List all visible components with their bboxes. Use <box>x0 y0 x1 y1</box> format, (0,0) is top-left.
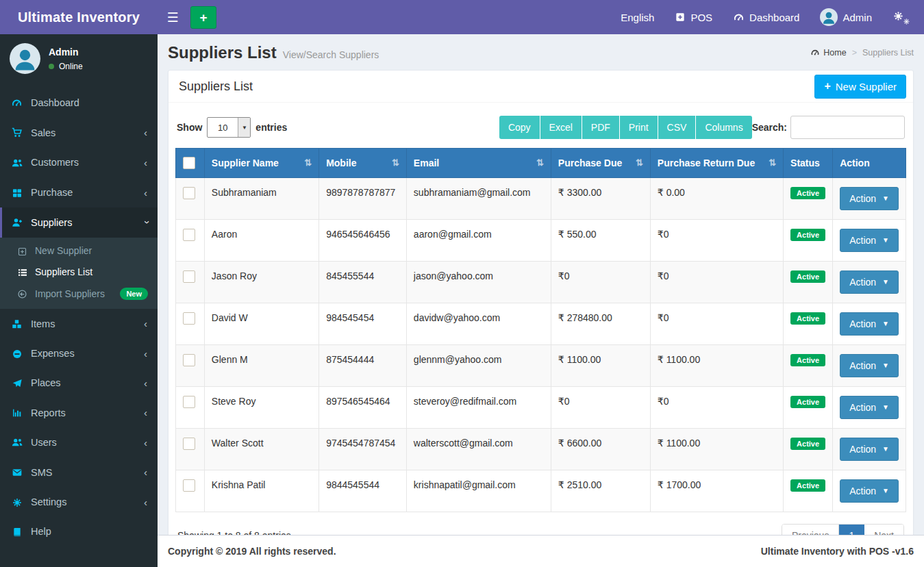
csv-button[interactable]: CSV <box>658 116 696 139</box>
column-header-mobile[interactable]: Mobile⇅ <box>319 149 407 178</box>
sidebar-item-label: Dashboard <box>31 97 79 108</box>
envelope-icon <box>10 466 23 478</box>
mobile-cell: 984545454 <box>319 303 407 345</box>
nav-pos[interactable]: POS <box>675 12 712 23</box>
sidebar-item-suppliers[interactable]: Suppliers ‹ <box>0 207 158 238</box>
arrow-circle-left-icon <box>16 288 28 300</box>
row-action-button[interactable]: Action▼ <box>840 479 899 503</box>
online-status-label: Online <box>59 62 83 71</box>
status-badge: Active <box>790 438 825 450</box>
row-action-button[interactable]: Action▼ <box>840 187 899 210</box>
sidebar-item-dashboard[interactable]: Dashboard <box>0 88 158 118</box>
sidebar-item-purchase[interactable]: Purchase ‹ <box>0 178 158 207</box>
page-length-value: 10 <box>208 118 238 137</box>
row-checkbox[interactable] <box>183 354 195 366</box>
sidebar-item-settings[interactable]: Settings ‹ <box>0 487 158 516</box>
pdf-button[interactable]: PDF <box>582 116 619 139</box>
sort-icon: ⇅ <box>392 158 399 168</box>
sidebar-subitem-import-suppliers[interactable]: Import Suppliers New <box>0 283 158 305</box>
select-all-checkbox[interactable] <box>183 157 195 169</box>
sidebar-item-label: Reports <box>31 407 66 418</box>
sidebar-item-reports[interactable]: Reports ‹ <box>0 398 158 427</box>
table-row: Aaron 946545646456 aaron@gmail.com ₹ 550… <box>176 220 906 262</box>
nav-language[interactable]: English <box>621 12 654 23</box>
sidebar-subitem-new-supplier[interactable]: New Supplier <box>0 240 158 262</box>
print-button[interactable]: Print <box>620 116 658 139</box>
nav-user-name: Admin <box>842 12 872 23</box>
breadcrumb-current: Suppliers List <box>862 48 914 58</box>
topbar-left-controls: ☰ + <box>158 0 216 34</box>
select-caret-icon: ▼ <box>238 118 250 137</box>
new-supplier-button[interactable]: + New Supplier <box>814 75 906 99</box>
column-header-purchase-due[interactable]: Purchase Due⇅ <box>551 149 650 178</box>
row-action-button[interactable]: Action▼ <box>840 396 899 419</box>
sidebar-item-sms[interactable]: SMS ‹ <box>0 457 158 487</box>
suppliers-list-card: Suppliers List + New Supplier Show 10 ▼ … <box>168 70 914 567</box>
page-length-select[interactable]: 10 ▼ <box>207 117 251 138</box>
table-row: Krishna Patil 9844545544 krishnapatil@gm… <box>176 470 906 512</box>
new-badge: New <box>120 288 148 300</box>
row-checkbox[interactable] <box>183 270 195 283</box>
row-checkbox[interactable] <box>183 312 195 325</box>
sidebar-item-expenses[interactable]: Expenses ‹ <box>0 339 158 368</box>
excel-button[interactable]: Excel <box>540 116 582 139</box>
chevron-left-icon: ‹ <box>144 497 147 507</box>
column-header-purchase-return-due[interactable]: Purchase Return Due⇅ <box>650 149 783 178</box>
sidebar-item-sales[interactable]: Sales ‹ <box>0 118 158 148</box>
column-header-email[interactable]: Email⇅ <box>406 149 551 178</box>
breadcrumb-home-link[interactable]: Home <box>810 48 846 58</box>
copy-button[interactable]: Copy <box>499 116 540 139</box>
column-header-status: Status <box>784 149 833 178</box>
nav-settings[interactable] <box>892 10 910 25</box>
sidebar-item-customers[interactable]: Customers ‹ <box>0 147 158 177</box>
chevron-left-icon: ‹ <box>144 467 147 477</box>
supplier-name-cell: Glenn M <box>204 345 319 387</box>
sidebar-item-users[interactable]: Users ‹ <box>0 427 158 457</box>
sidebar-subitem-label: Suppliers List <box>35 266 92 277</box>
row-checkbox[interactable] <box>183 396 195 408</box>
row-action-button[interactable]: Action▼ <box>840 438 899 461</box>
row-action-button[interactable]: Action▼ <box>840 229 899 252</box>
nav-dashboard[interactable]: Dashboard <box>733 12 799 23</box>
export-buttons: Copy Excel PDF Print CSV Columns <box>499 116 752 139</box>
sidebar-item-label: Suppliers <box>31 217 72 228</box>
card-body: Show 10 ▼ entries Copy Excel PDF Print C… <box>168 103 913 567</box>
row-checkbox[interactable] <box>183 229 195 241</box>
column-header-action: Action <box>833 149 906 178</box>
row-checkbox[interactable] <box>183 438 195 450</box>
column-header-supplier-name[interactable]: Supplier Name⇅ <box>204 149 319 178</box>
mobile-cell: 9745454787454 <box>319 429 407 470</box>
sidebar-subitem-suppliers-list[interactable]: Suppliers List <box>0 262 158 283</box>
columns-button[interactable]: Columns <box>696 116 751 139</box>
row-checkbox[interactable] <box>183 479 195 492</box>
row-checkbox[interactable] <box>183 187 195 199</box>
purchase-due-cell: ₹ 6600.00 <box>551 429 650 470</box>
search-input[interactable] <box>790 116 905 139</box>
mobile-cell: 9844545544 <box>319 470 407 512</box>
hamburger-menu-icon[interactable]: ☰ <box>158 0 188 34</box>
plus-icon: + <box>824 81 830 92</box>
bar-chart-icon <box>10 407 23 418</box>
chevron-left-icon: ‹ <box>144 318 147 329</box>
nav-user-menu[interactable]: Admin <box>820 8 872 26</box>
online-status-dot <box>49 64 54 69</box>
purchase-return-due-cell: ₹ 0.00 <box>650 178 783 220</box>
sidebar-item-places[interactable]: Places ‹ <box>0 368 158 398</box>
sidebar-subitem-label: New Supplier <box>35 245 92 256</box>
minus-circle-icon <box>10 348 23 360</box>
app-logo[interactable]: Ultimate Inventory <box>0 0 158 34</box>
datatable-toolbar: Show 10 ▼ entries Copy Excel PDF Print C… <box>177 116 905 139</box>
sidebar-item-label: Settings <box>31 496 66 507</box>
table-row: Steve Roy 897546545464 steveroy@redifmai… <box>176 387 906 429</box>
sidebar-item-help[interactable]: Help <box>0 517 158 546</box>
dashboard-icon <box>10 97 23 109</box>
purchase-due-cell: ₹ 1100.00 <box>551 345 650 387</box>
row-action-button[interactable]: Action▼ <box>840 312 899 336</box>
row-action-button[interactable]: Action▼ <box>840 270 899 294</box>
sidebar-item-items[interactable]: Items ‹ <box>0 309 158 339</box>
quick-add-button[interactable]: + <box>190 6 216 29</box>
supplier-name-cell: Walter Scott <box>204 429 319 470</box>
row-action-button[interactable]: Action▼ <box>840 354 899 377</box>
sidebar-user-status[interactable]: Online <box>49 62 83 71</box>
purchase-return-due-cell: ₹ 1100.00 <box>650 345 783 387</box>
